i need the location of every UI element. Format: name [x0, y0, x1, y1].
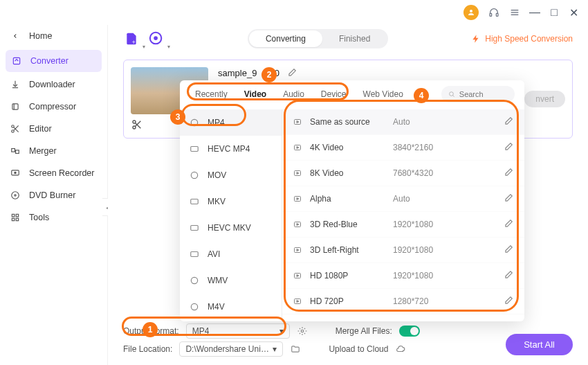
resolution-icon: [292, 143, 303, 152]
sidebar-item-downloader[interactable]: Downloader: [0, 73, 107, 96]
avatar[interactable]: [463, 5, 479, 20]
sidebar-item-editor[interactable]: Editor: [0, 118, 107, 140]
svg-marker-51: [297, 224, 299, 226]
tab-finished[interactable]: Finished: [322, 30, 387, 47]
edit-preset-icon[interactable]: [504, 193, 515, 205]
sidebar-item-tools[interactable]: Tools: [0, 206, 107, 229]
edit-preset-icon[interactable]: [504, 270, 515, 282]
high-speed-toggle[interactable]: High Speed Conversion: [471, 34, 573, 44]
bottom-bar: Output Format: MP4 ▾ Merge All Files: Fi…: [108, 318, 588, 365]
format-search[interactable]: [441, 86, 515, 103]
svg-marker-45: [297, 147, 299, 149]
resolution-item[interactable]: AlphaAuto: [282, 186, 524, 212]
format-item[interactable]: MOV: [180, 162, 282, 188]
sidebar-item-label: Tools: [29, 213, 49, 222]
dropdown-tab-audio[interactable]: Audio: [277, 87, 310, 102]
format-label: AVI: [208, 249, 220, 259]
format-label: HEVC MKV: [208, 223, 251, 233]
svg-point-18: [12, 192, 19, 199]
resolution-name: HD 720P: [310, 296, 393, 306]
svg-marker-43: [297, 121, 299, 123]
maximize-button[interactable]: □: [549, 8, 559, 17]
output-format-label: Output Format:: [123, 326, 179, 336]
format-icon: [188, 143, 201, 154]
format-item[interactable]: M4V: [180, 294, 282, 320]
lightning-icon: [471, 34, 481, 44]
resolution-list: Same as sourceAuto4K Video3840*21608K Vi…: [282, 109, 524, 321]
format-dropdown: Recently Video Audio Device Web Video MP…: [180, 80, 524, 321]
output-format-select[interactable]: MP4 ▾: [186, 323, 290, 339]
close-button[interactable]: ✕: [569, 8, 578, 17]
resolution-item[interactable]: 3D Red-Blue1920*1080: [282, 212, 524, 238]
format-list: MP4HEVC MP4MOVMKVHEVC MKVAVIWMVM4V: [180, 109, 282, 321]
dropdown-tab-webvideo[interactable]: Web Video: [358, 87, 409, 102]
menu-icon[interactable]: [509, 7, 520, 18]
resolution-item[interactable]: 3D Left-Right1920*1080: [282, 238, 524, 263]
svg-rect-8: [12, 104, 18, 109]
file-location-select[interactable]: D:\Wondershare UniConverter 1 ▾: [179, 341, 283, 357]
svg-point-26: [154, 37, 157, 39]
sidebar-item-converter[interactable]: Converter: [6, 50, 102, 72]
trim-button[interactable]: [131, 118, 143, 131]
chevron-left-icon: [10, 30, 21, 42]
start-all-button[interactable]: Start All: [506, 334, 573, 355]
tab-converting[interactable]: Converting: [249, 30, 322, 47]
edit-name-icon[interactable]: [286, 67, 297, 78]
status-segmented-control: Converting Finished: [248, 29, 388, 48]
format-item[interactable]: AVI: [180, 241, 282, 267]
convert-button[interactable]: nvert: [524, 91, 565, 107]
svg-point-17: [15, 172, 16, 173]
edit-preset-icon[interactable]: [504, 168, 515, 179]
search-input[interactable]: [459, 90, 508, 98]
sidebar-item-recorder[interactable]: Screen Recorder: [0, 162, 107, 184]
resolution-size: 1920*1080: [393, 220, 504, 229]
file-location-value: D:\Wondershare UniConverter 1: [185, 344, 273, 354]
format-item[interactable]: MP4: [180, 109, 282, 136]
svg-point-32: [450, 92, 454, 96]
format-item[interactable]: HEVC MP4: [180, 136, 282, 162]
minimize-button[interactable]: —: [530, 8, 540, 17]
svg-rect-1: [490, 13, 492, 16]
add-dvd-button[interactable]: ▾: [148, 30, 165, 47]
sidebar-item-dvd[interactable]: DVD Burner: [0, 184, 107, 206]
dropdown-tab-video[interactable]: Video: [239, 87, 272, 102]
back-home[interactable]: Home: [0, 25, 107, 47]
format-item[interactable]: MKV: [180, 188, 282, 215]
svg-point-36: [191, 172, 197, 178]
svg-rect-22: [12, 218, 15, 221]
resolution-item[interactable]: 8K Video7680*4320: [282, 161, 524, 186]
cloud-icon[interactable]: [395, 344, 406, 355]
resolution-item[interactable]: Same as sourceAuto: [282, 109, 524, 135]
edit-preset-icon[interactable]: [504, 219, 515, 231]
edit-preset-icon[interactable]: [504, 116, 515, 128]
resolution-item[interactable]: HD 720P1280*720: [282, 289, 524, 314]
resolution-size: 1920*1080: [393, 245, 504, 255]
folder-icon[interactable]: [290, 344, 301, 355]
format-icon: [188, 222, 201, 233]
resolution-size: 3840*2160: [393, 143, 504, 152]
home-label: Home: [29, 31, 52, 41]
svg-point-41: [191, 303, 197, 310]
add-file-button[interactable]: + ▾: [123, 30, 140, 47]
headset-icon[interactable]: [488, 7, 499, 18]
format-icon: [188, 196, 201, 207]
resolution-item[interactable]: 4K Video3840*2160: [282, 135, 524, 161]
dropdown-tab-device[interactable]: Device: [315, 87, 352, 102]
edit-preset-icon[interactable]: [504, 296, 515, 308]
resolution-icon: [292, 194, 303, 204]
sidebar-item-label: Compressor: [29, 102, 76, 112]
sidebar-item-merger[interactable]: Merger: [0, 140, 107, 162]
sidebar-item-compressor[interactable]: Compressor: [0, 96, 107, 118]
sidebar-item-label: Merger: [29, 146, 57, 156]
merge-toggle[interactable]: [399, 326, 420, 337]
resolution-name: HD 1080P: [310, 271, 393, 281]
format-item[interactable]: HEVC MKV: [180, 215, 282, 241]
settings-icon[interactable]: [297, 326, 308, 337]
edit-preset-icon[interactable]: [504, 142, 515, 154]
format-icon: [188, 117, 201, 128]
format-item[interactable]: WMV: [180, 267, 282, 294]
dropdown-tab-recently[interactable]: Recently: [190, 87, 233, 102]
format-icon: [188, 249, 201, 260]
edit-preset-icon[interactable]: [504, 244, 515, 256]
resolution-item[interactable]: HD 1080P1920*1080: [282, 263, 524, 289]
